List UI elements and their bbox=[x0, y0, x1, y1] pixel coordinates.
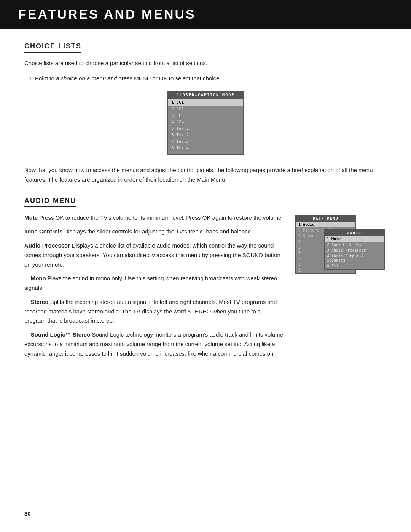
step1-italic: a choice on a menu and bbox=[56, 75, 117, 81]
tone-text: Displays the slider controls for adjusti… bbox=[64, 228, 253, 235]
audio-tone-item: 2 Tone Controls bbox=[325, 242, 384, 248]
mute-text: Press OK to reduce the TV's volume to it… bbox=[39, 214, 283, 221]
page-number: 30 bbox=[24, 510, 31, 517]
page-title: Features and Menus bbox=[18, 7, 393, 22]
feature-stereo: Stereo Splits the incoming stereo audio … bbox=[24, 297, 283, 326]
cc-item-8: 8 Text4 bbox=[168, 145, 243, 151]
audio-mute-selected: 1 Mute bbox=[325, 236, 384, 242]
audio-submenu-mockup: AUDIO 1 Mute 2 Tone Controls 3 Audio Pro… bbox=[324, 229, 385, 270]
audio-output-item: 4 Audio Output & Speakers bbox=[325, 253, 384, 263]
cc-item-3: 3 CC3 bbox=[168, 112, 243, 119]
audio-text-col: Mute Press OK to reduce the TV's volume … bbox=[24, 213, 283, 363]
audio-submenu-title: AUDIO bbox=[325, 230, 384, 236]
main-menu-title: MAIN MENU bbox=[296, 216, 355, 222]
cc-menu-selected: 1 CC1 bbox=[168, 99, 243, 106]
sound-logic-label: Sound Logic™ Stereo bbox=[31, 331, 91, 338]
cc-item-5: 5 Text1 bbox=[168, 125, 243, 132]
feature-mono: Mono Plays the sound in mono only. Use t… bbox=[24, 274, 283, 293]
audio-exit-item: 0 Exit bbox=[325, 263, 384, 269]
main-menu-mockup-container: MAIN MENU 1 Audio 2 Picture Quality 3 Sc… bbox=[295, 215, 387, 287]
feature-mute: Mute Press OK to reduce the TV's volume … bbox=[24, 213, 283, 223]
feature-tone: Tone Controls Displays the slider contro… bbox=[24, 227, 283, 236]
choice-lists-intro: Choice lists are used to choose a partic… bbox=[24, 59, 387, 68]
cc-item-4: 4 CC4 bbox=[168, 119, 243, 125]
mute-label: Mute bbox=[24, 214, 38, 221]
feature-audio-processor: Audio Processor Displays a choice list o… bbox=[24, 241, 283, 269]
main-menu-selected: 1 Audio bbox=[296, 222, 355, 227]
feature-sound-logic: Sound Logic™ Stereo Sound Logic technolo… bbox=[24, 330, 283, 358]
audio-layout: Mute Press OK to reduce the TV's volume … bbox=[24, 213, 387, 363]
cc-item-6: 6 Text2 bbox=[168, 132, 243, 138]
cc-menu-spacer bbox=[168, 151, 243, 154]
mono-label: Mono bbox=[31, 275, 46, 281]
audio-processor-label: Audio Processor bbox=[24, 242, 70, 249]
choice-lists-steps: Point to a choice on a menu and press ME… bbox=[35, 74, 387, 83]
stereo-text: Splits the incoming stereo audio signal … bbox=[24, 299, 277, 324]
tone-label: Tone Controls bbox=[24, 228, 63, 235]
page-header: Features and Menus bbox=[0, 0, 411, 29]
cc-item-2: 2 CC2 bbox=[168, 106, 243, 112]
audio-menu-section: Audio Menu Mute Press OK to reduce the T… bbox=[24, 197, 387, 363]
cc-item-7: 7 Text3 bbox=[168, 138, 243, 145]
closed-caption-mockup: CLOSED-CAPTION MODE 1 CC1 2 CC2 3 CC3 4 … bbox=[167, 91, 244, 155]
choice-lists-body: Now that you know how to access the menu… bbox=[24, 166, 387, 185]
choice-lists-heading: Choice Lists bbox=[24, 42, 81, 53]
cc-menu-title: CLOSED-CAPTION MODE bbox=[168, 91, 243, 99]
content-area: Choice Lists Choice lists are used to ch… bbox=[0, 42, 411, 386]
stereo-label: Stereo bbox=[31, 299, 49, 305]
step-1: Point to a choice on a menu and press ME… bbox=[35, 74, 387, 83]
audio-menu-heading: Audio Menu bbox=[24, 197, 76, 207]
choice-lists-section: Choice Lists Choice lists are used to ch… bbox=[24, 42, 387, 185]
audio-processor-item: 3 Audio Processor bbox=[325, 248, 384, 253]
mono-text: Plays the sound in mono only. Use this s… bbox=[24, 275, 277, 291]
closed-caption-mockup-container: CLOSED-CAPTION MODE 1 CC1 2 CC2 3 CC3 4 … bbox=[24, 91, 387, 155]
